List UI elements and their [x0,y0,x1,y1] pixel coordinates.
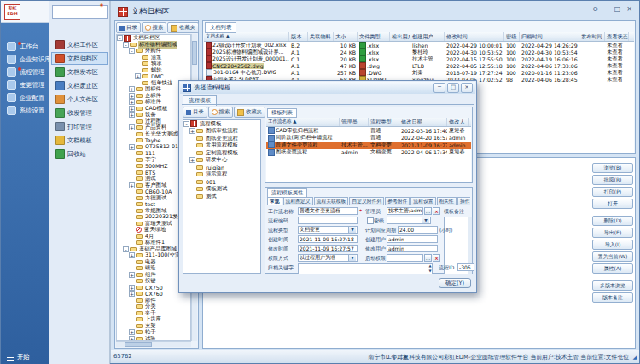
prop-tab-0[interactable]: 常规 [267,197,282,205]
sidebar-item-workbench[interactable]: 工作台 [1,40,49,53]
flow-tree-node[interactable]: -流程模板 [183,120,260,128]
template-row[interactable]: CAD审批归档流程普通2022-03-16 17:40:23夏迎春 [266,127,471,135]
flow-tree-node[interactable]: 测试 [183,193,260,200]
table-row[interactable]: 2025设计开发计划表_000001...C.120 KB.xlsx技术主管20… [204,55,634,62]
flow-tree-node[interactable]: 演示流程 [183,171,260,179]
sidebar-item-process-mgmt[interactable]: 流程管理 [1,66,49,78]
prop-tab-1[interactable]: 流程图定义 [283,197,313,205]
minimize-icon[interactable]: ─ [604,5,608,13]
nav-item-recycle-bin[interactable]: 回收站 [51,147,108,160]
nav-item-doc-archive[interactable]: 文档归档区 [51,52,108,65]
column-header-10[interactable]: 发布时间 [579,32,605,41]
dialog-close-icon[interactable]: × [461,83,473,93]
column-header-3[interactable]: 大小 [334,32,358,41]
dialog-toolbar-favorites[interactable]: 收藏夹 [234,107,265,118]
flow-type-select[interactable]: 文档变更 ▼ [298,226,358,234]
template-column-3[interactable]: 修改日期 [399,118,447,126]
prop-tab-5[interactable]: 流程设置 [410,197,435,205]
column-header-6[interactable]: 创建用户 [410,32,445,41]
keyword-spin-down-icon[interactable]: ▼ [428,269,433,273]
expander-icon[interactable]: + [129,144,135,150]
print-button[interactable]: 打印(P) [592,187,633,197]
expander-icon[interactable]: + [135,73,141,79]
prop-tab-6[interactable]: 相关性 [437,197,457,205]
flow-tree-node[interactable]: 定制流程模板 [183,149,260,157]
prop-tab-7[interactable]: 操作日志 [457,197,470,205]
expander-icon[interactable]: + [129,285,135,291]
sidebar-item-enterprise-config[interactable]: 企业配置 [1,91,49,104]
export-button[interactable]: 导出(E) [592,228,633,238]
expander-icon[interactable]: - [123,246,129,252]
dialog-toolbar-search[interactable]: 搜索 [208,107,234,118]
browse-button[interactable]: 浏览(B) [592,163,633,173]
set-current-button[interactable]: 置为当前(W) [592,251,633,262]
expander-icon[interactable]: + [129,124,135,130]
column-header-11[interactable]: 查看状态 [605,32,629,41]
review-button[interactable]: 批阅(R) [592,175,633,185]
manager-browse-button[interactable]: … [424,207,432,215]
template-column-1[interactable]: 管理员 [340,118,369,126]
manager-clear-button[interactable]: × [433,207,440,215]
modify-time-input[interactable]: 2021-11-09 16:27:57 [298,245,358,252]
expander-icon[interactable]: + [129,182,135,188]
column-header-9[interactable]: 归档时间 [520,32,579,41]
modify-user-input[interactable]: admin [387,245,438,252]
flow-tree-node[interactable]: 常用流程模板 [183,142,260,150]
prop-tab-2[interactable]: 流程关联模板 [314,197,349,205]
template-row[interactable]: 普通文件变更流程技术主管...文档变更2021-11-09 16:27:57ad… [266,142,471,149]
nav-item-doc-obsolete[interactable]: 文档废止区 [51,79,108,92]
settings-icon[interactable]: ⊙ [592,5,598,13]
archive-tree-node[interactable]: 蜗轮 [117,67,190,74]
column-header-4[interactable]: 文件类型 [358,32,390,41]
prop-tab-3[interactable]: 自定义附件列 [349,197,384,205]
expander-icon[interactable]: + [189,157,195,163]
expander-icon[interactable]: - [117,35,123,41]
delete-button[interactable]: 删除(D) [592,216,633,226]
perm-mode-dropdown-icon[interactable]: ▼ [348,255,356,261]
flow-tree-node[interactable]: 001 [183,178,260,186]
tree-tab-catalog[interactable]: 目录 [116,22,141,33]
template-row[interactable]: 回阶款(两)归档申请流程普通2022-04-20 16:57:31admin [266,135,471,142]
tree-tab-favorites[interactable]: 收藏夹 [167,22,199,33]
manager-input[interactable]: 技术主管;admin [387,207,423,215]
nav-item-print-mgmt[interactable]: 打印管理 [51,120,108,133]
start-perm-clear-button[interactable]: × [433,254,440,262]
column-header-8[interactable]: 密级 [504,32,520,41]
multi-version-browse-button[interactable]: 多版本浏览 [592,280,633,291]
sidebar-item-change-mgmt[interactable]: 变更管理 [1,78,49,91]
template-column-2[interactable]: 流程类型 [369,118,399,126]
expander-icon[interactable]: + [129,291,135,297]
create-time-input[interactable]: 2021-11-09 16:27:18 [298,235,358,243]
tree-tab-search[interactable]: 搜索 [142,22,167,33]
start-button[interactable]: 开始 [1,353,55,361]
template-column-0[interactable]: 工作流名称 ▲ [266,118,340,126]
start-perm-input[interactable] [387,254,423,262]
nav-item-doc-publish[interactable]: 文档发布区 [51,66,108,78]
secret-checkbox[interactable] [367,217,374,224]
nav-item-doc-workspace[interactable]: 文档工作区 [51,38,108,51]
nav-item-personal-files[interactable]: 个人文件区 [51,93,108,106]
import-button[interactable]: 导入(I) [592,240,633,250]
column-header-5[interactable]: 检出用户 [390,32,410,41]
expander-icon[interactable]: + [129,272,135,278]
sidebar-item-system-settings[interactable]: 系统设置 [1,104,49,117]
expander-icon[interactable]: + [129,99,135,105]
column-header-0[interactable]: 文档名称 ▲ [204,32,289,41]
flow-tree-node[interactable]: ruiqian [183,164,260,171]
flow-tree-node[interactable]: 模板测试 [183,186,260,194]
expander-icon[interactable]: + [129,86,135,92]
tab-document-list[interactable]: 文档列表 [205,22,236,33]
archive-keyword-input[interactable] [298,263,433,274]
column-header-7[interactable]: 修改时间 [445,32,504,41]
column-header-1[interactable]: 版本 [289,32,308,41]
keyword-spin-up-icon[interactable]: ▲ [428,264,433,268]
expander-icon[interactable]: + [129,329,135,335]
open-button[interactable]: 打开 [592,199,633,209]
template-column-4[interactable]: 修改人 [447,118,469,126]
dialog-maximize-icon[interactable]: □ [447,83,459,93]
flow-type-dropdown-icon[interactable]: ▼ [348,227,356,233]
flow-tree-node[interactable]: +图纸审批流程 [183,128,260,136]
flow-tree-node[interactable]: 图纸变更流程 [183,135,260,142]
workflow-name-input[interactable]: 普通文件变更流程 [298,207,358,215]
plan-period-input[interactable]: 24.00 [398,226,438,234]
